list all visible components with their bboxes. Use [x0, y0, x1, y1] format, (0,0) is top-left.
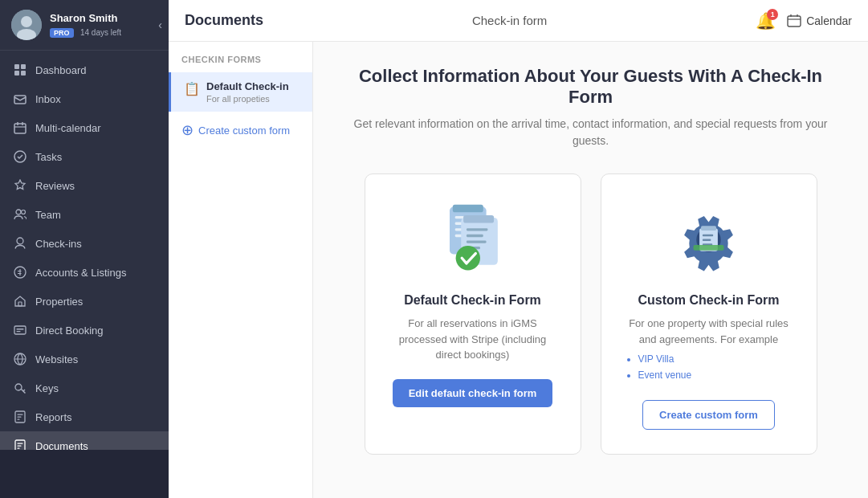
sidebar-item-keys[interactable]: Keys [0, 374, 169, 402]
svg-rect-8 [14, 124, 26, 133]
svg-rect-5 [14, 71, 19, 76]
svg-point-18 [15, 384, 22, 390]
svg-rect-35 [463, 215, 494, 223]
top-bar-actions: 🔔 1 Calendar [756, 11, 852, 31]
svg-rect-3 [14, 64, 19, 69]
svg-rect-16 [17, 331, 21, 332]
hero-subtitle: Get relevant information on the arrival … [345, 116, 836, 149]
user-meta: PRO 14 days left [50, 24, 157, 39]
svg-rect-13 [18, 302, 22, 306]
inbox-icon [13, 92, 27, 106]
sidebar-item-multi-calendar[interactable]: Multi-calendar [0, 113, 169, 142]
sidebar-item-reports[interactable]: Reports [0, 402, 169, 431]
svg-rect-21 [18, 417, 22, 418]
sidebar-item-label: Accounts & Listings [35, 267, 126, 279]
checkins-icon [13, 236, 27, 251]
svg-rect-7 [14, 96, 26, 104]
dashboard-icon [13, 63, 27, 77]
svg-rect-27 [788, 16, 801, 27]
calendar-btn-icon [787, 14, 801, 28]
sidebar-item-label: Websites [35, 353, 78, 365]
sidebar-item-documents[interactable]: Documents [0, 431, 169, 450]
svg-rect-24 [18, 443, 23, 444]
sidebar-item-label: Direct Booking [35, 325, 104, 337]
svg-rect-14 [14, 326, 26, 334]
documents-icon [13, 439, 27, 450]
svg-rect-23 [15, 440, 25, 450]
svg-point-11 [22, 210, 26, 214]
hero-title: Collect Information About Your Guests Wi… [345, 66, 836, 108]
websites-icon [13, 352, 27, 366]
custom-checkin-card-icon [669, 198, 749, 279]
default-card-desc: For all reservations in iGMS processed w… [388, 316, 558, 363]
svg-rect-43 [701, 226, 716, 231]
calendar-button-label: Calendar [806, 14, 852, 27]
svg-rect-25 [18, 446, 22, 447]
svg-rect-29 [453, 204, 483, 212]
top-bar-center-title: Check-in form [472, 14, 547, 27]
svg-point-40 [456, 246, 480, 270]
sidebar-collapse-button[interactable]: ‹ [158, 18, 162, 31]
svg-point-1 [21, 16, 32, 27]
example-item: VIP Villa [638, 352, 794, 366]
default-checkin-card-icon [433, 198, 513, 279]
calendar-button[interactable]: Calendar [787, 14, 852, 28]
cards-row: Default Check-in Form For all reservatio… [345, 173, 836, 455]
doc-item-icon: 📋 [184, 81, 200, 96]
sidebar-item-label: Reviews [35, 180, 75, 192]
notification-button[interactable]: 🔔 1 [756, 11, 776, 31]
content-area: CHECKIN FORMS 📋 Default Check-in For all… [169, 42, 868, 498]
sidebar-item-label: Documents [35, 440, 88, 451]
sidebar-item-label: Properties [35, 296, 83, 308]
sidebar-item-label: Reports [35, 411, 72, 423]
right-content: Collect Information About Your Guests Wi… [313, 42, 868, 498]
doc-item-name: Default Check-in [206, 80, 289, 92]
team-icon [13, 207, 27, 222]
svg-rect-44 [703, 234, 713, 235]
custom-card-desc: For one property with special rules and … [624, 316, 794, 384]
calendar-icon [13, 120, 27, 135]
sidebar-item-reviews[interactable]: Reviews [0, 171, 169, 200]
svg-rect-38 [467, 240, 487, 243]
create-custom-form-label: Create custom form [198, 124, 290, 137]
sidebar-item-check-ins[interactable]: Check-ins [0, 229, 169, 258]
sidebar-header: Sharon Smith PRO 14 days left ‹ [0, 0, 169, 51]
svg-rect-36 [467, 228, 488, 231]
svg-rect-26 [18, 448, 20, 449]
create-custom-form-button[interactable]: Create custom form [642, 400, 775, 430]
sidebar-item-accounts-listings[interactable]: Accounts & Listings [0, 258, 169, 287]
svg-rect-20 [18, 414, 23, 415]
sidebar-item-label: Tasks [35, 151, 62, 163]
plus-circle-icon: ⊕ [181, 121, 194, 139]
main-area: Documents Check-in form 🔔 1 Calendar CHE… [169, 0, 868, 498]
svg-rect-4 [21, 64, 26, 69]
keys-icon [13, 381, 27, 395]
avatar [11, 10, 42, 40]
create-custom-form-link[interactable]: ⊕ Create custom form [169, 112, 312, 149]
default-checkin-card: Default Check-in Form For all reservatio… [365, 173, 581, 455]
sidebar-item-label: Check-ins [35, 238, 82, 250]
sidebar-item-tasks[interactable]: Tasks [0, 142, 169, 171]
doc-default-checkin-item[interactable]: 📋 Default Check-in For all propeties [169, 72, 312, 112]
sidebar-item-label: Inbox [35, 93, 61, 105]
sidebar-item-team[interactable]: Team [0, 200, 169, 229]
sidebar-bottom [0, 450, 169, 498]
doc-item-sub: For all propeties [206, 94, 289, 104]
direct-booking-icon [13, 323, 27, 337]
edit-default-checkin-button[interactable]: Edit default check-in form [393, 379, 553, 407]
sidebar-item-label: Dashboard [35, 64, 87, 76]
svg-rect-37 [467, 234, 483, 236]
sidebar-nav: Dashboard Inbox Multi-calendar Tasks Rev… [0, 51, 169, 450]
svg-point-10 [16, 210, 21, 214]
sidebar-item-dashboard[interactable]: Dashboard [0, 55, 169, 84]
page-title: Documents [185, 12, 263, 29]
user-name: Sharon Smith [50, 12, 157, 24]
custom-checkin-card: Custom Check-in Form For one property wi… [601, 173, 817, 455]
sidebar-item-websites[interactable]: Websites [0, 345, 169, 374]
user-info: Sharon Smith PRO 14 days left [50, 12, 157, 39]
sidebar-item-direct-booking[interactable]: Direct Booking [0, 316, 169, 345]
sidebar-item-inbox[interactable]: Inbox [0, 84, 169, 113]
sidebar-item-properties[interactable]: Properties [0, 287, 169, 316]
doc-section-title: CHECKIN FORMS [169, 55, 312, 72]
sidebar-item-label: Multi-calendar [35, 122, 101, 134]
